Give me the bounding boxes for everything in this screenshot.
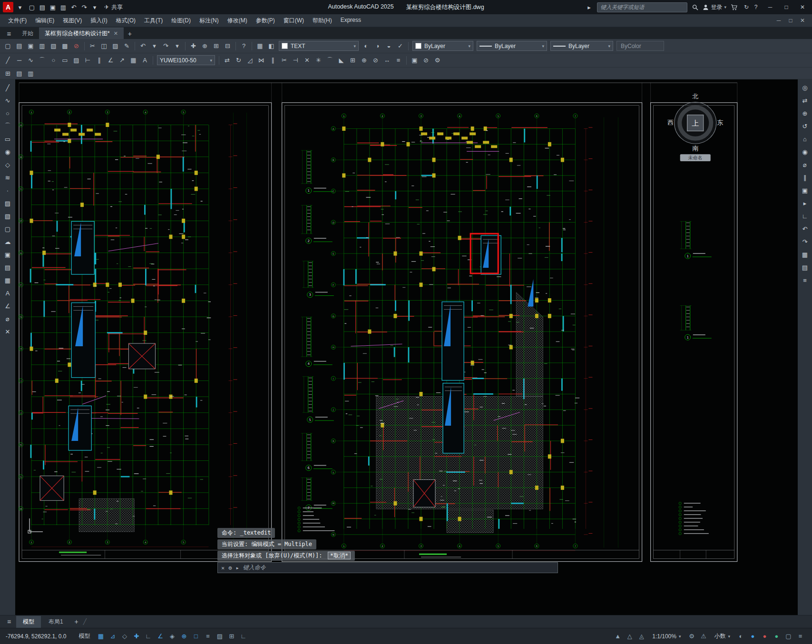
clean-screen-icon[interactable]: ▢ — [783, 631, 794, 642]
spline-tool-icon[interactable]: ≋ — [2, 172, 13, 183]
hatch-tool-icon[interactable]: ▨ — [2, 197, 13, 209]
polygon-tool-icon[interactable]: ◇ — [2, 159, 13, 170]
add-layout-button[interactable]: + — [71, 618, 82, 625]
model-space-viewport[interactable]: 1122334455ABCDEFGHIJKLM11223344556677ABC… — [15, 79, 798, 615]
view-back-icon[interactable]: ↶ — [799, 223, 811, 234]
text-tool-icon[interactable]: A — [2, 287, 13, 299]
polyline-tool-icon[interactable]: ∿ — [2, 95, 13, 106]
viewcube-west-label[interactable]: 西 — [667, 119, 674, 127]
qat-open-icon[interactable]: ▤ — [37, 2, 48, 12]
grid-icon[interactable]: ▦ — [95, 631, 107, 642]
menu-item-4[interactable]: 插入(I) — [86, 15, 111, 26]
qat-save-icon[interactable]: ▣ — [48, 2, 58, 12]
fillet-icon[interactable]: ⌒ — [324, 55, 335, 66]
layer-states-icon[interactable]: ◧ — [266, 41, 277, 51]
menu-item-12[interactable]: 帮助(H) — [308, 15, 336, 26]
doc-minimize-button[interactable]: ─ — [773, 16, 784, 25]
dynamic-input-icon[interactable]: ✚ — [130, 631, 142, 642]
dim-aligned-icon[interactable]: ∥ — [94, 55, 105, 66]
create-block-tool-icon[interactable]: ▤ — [2, 262, 13, 273]
no-plot-icon[interactable]: ⊘ — [71, 41, 82, 51]
measure-nav-icon[interactable]: ⌀ — [799, 159, 811, 170]
paste-block-icon[interactable]: ▣ — [409, 55, 420, 66]
menu-item-13[interactable]: Express — [336, 15, 365, 26]
dimstyle-dropdown[interactable]: YUWEI100-50▾ — [157, 55, 215, 65]
orbit-icon[interactable]: ↺ — [799, 120, 811, 132]
file-tabs-menu-icon[interactable]: ≡ — [2, 28, 16, 39]
tab-close-icon[interactable]: ✕ — [114, 30, 118, 37]
zoom-window-icon[interactable]: ⊞ — [211, 41, 222, 51]
erase-tool-icon[interactable]: ✕ — [2, 326, 13, 337]
copy-icon[interactable]: ◫ — [98, 41, 109, 51]
cart-icon[interactable] — [729, 2, 739, 12]
multileader-icon[interactable]: ↗ — [117, 55, 127, 66]
break-icon[interactable]: ⊘ — [370, 55, 381, 66]
section-icon[interactable]: ∥ — [799, 172, 811, 183]
line-tool-icon[interactable]: ╱ — [2, 82, 13, 93]
view-forward-icon[interactable]: ↷ — [799, 236, 811, 247]
recording-icon[interactable]: ● — [759, 631, 771, 642]
properties-panel-icon[interactable]: ≡ — [799, 274, 811, 286]
options-icon[interactable]: ⚙ — [432, 55, 443, 66]
search-box[interactable]: 键入关键字或短语 — [597, 2, 687, 12]
hatch-icon[interactable]: ▨ — [71, 55, 82, 66]
mirror-icon[interactable]: ⋈ — [256, 55, 267, 66]
command-customize-icon[interactable]: ⚙ — [228, 565, 232, 571]
selection-cycling-icon[interactable]: ⊞ — [225, 631, 237, 642]
new-file-icon[interactable]: ▢ — [2, 41, 13, 51]
lineweight-display-icon[interactable]: ≡ — [202, 631, 214, 642]
polar-tracking-icon[interactable]: ∠ — [154, 631, 166, 642]
tab-start[interactable]: 开始 — [16, 28, 39, 39]
cut-icon[interactable]: ✂ — [87, 41, 98, 51]
circle-icon[interactable]: ○ — [48, 55, 59, 66]
command-input[interactable]: ✕ ⚙ ▸ 键入命令 — [217, 562, 558, 573]
save-file-icon[interactable]: ▣ — [25, 41, 36, 51]
ucs-icon[interactable]: ∟ — [799, 210, 811, 222]
graphics-status-icon[interactable]: ● — [771, 631, 783, 642]
zoom-nav-icon[interactable]: ⊕ — [799, 107, 811, 119]
ortho-mode-icon[interactable]: ∟ — [142, 631, 154, 642]
match-properties-icon[interactable]: ✎ — [121, 41, 132, 51]
erase-icon[interactable]: ✕ — [302, 55, 313, 66]
layer-isolate-icon[interactable]: ◑ — [372, 41, 383, 51]
menu-item-3[interactable]: 视图(V) — [59, 15, 86, 26]
camera-icon[interactable]: ▣ — [799, 185, 811, 196]
minimize-button[interactable]: ─ — [763, 1, 777, 13]
redo-dropdown-icon[interactable]: ▾ — [172, 41, 183, 51]
annotation-visibility-icon[interactable]: ▲ — [612, 631, 624, 642]
insert-block-tool-icon[interactable]: ▣ — [2, 249, 13, 260]
polyline-icon[interactable]: ∿ — [25, 55, 36, 66]
mtext-icon[interactable]: A — [139, 55, 150, 66]
scale-icon[interactable]: ◿ — [245, 55, 255, 66]
object-isolate-icon[interactable]: ◐ — [735, 631, 747, 642]
ellipse-tool-icon[interactable]: ◉ — [2, 146, 13, 157]
hardware-acceleration-icon[interactable]: ● — [747, 631, 759, 642]
menu-item-6[interactable]: 工具(T) — [140, 15, 167, 26]
menu-item-10[interactable]: 参数(P) — [252, 15, 279, 26]
pan-icon[interactable]: ✚ — [188, 41, 199, 51]
help-icon[interactable]: ? — [751, 2, 761, 12]
model-space-toggle[interactable]: 模型 — [75, 632, 94, 640]
viewcube[interactable]: 上北东南西未命名 — [667, 93, 723, 161]
share-button[interactable]: ✈ 共享 — [104, 3, 123, 11]
revision-cloud-tool-icon[interactable]: ☁ — [2, 236, 13, 247]
menu-item-7[interactable]: 绘图(D) — [167, 15, 195, 26]
menu-item-11[interactable]: 窗口(W) — [279, 15, 308, 26]
rotate-icon[interactable]: ↻ — [233, 55, 244, 66]
isometric-drafting-icon[interactable]: ◈ — [166, 631, 178, 642]
viewcube-east-label[interactable]: 东 — [717, 119, 723, 127]
units-control[interactable]: 小数 ▾ — [710, 632, 734, 640]
extend-icon[interactable]: ⊣ — [290, 55, 301, 66]
measure-tool-icon[interactable]: ⌀ — [2, 313, 13, 324]
grid-display-icon[interactable]: ▦ — [799, 249, 811, 260]
plot-icon[interactable]: ▥ — [37, 41, 48, 51]
named-view-chip[interactable]: 未命名 — [688, 155, 703, 160]
new-tab-button[interactable]: + — [124, 28, 136, 39]
table-tool-icon[interactable]: ▦ — [2, 274, 13, 286]
app-menu-caret-icon[interactable]: ▾ — [15, 2, 25, 12]
table-icon[interactable]: ▦ — [128, 55, 139, 66]
publish-icon[interactable]: ▩ — [59, 41, 70, 51]
annotation-autoscale-icon[interactable]: △ — [624, 631, 636, 642]
join-icon[interactable]: ⊕ — [359, 55, 370, 66]
signin-button[interactable]: 登录 ▾ — [703, 3, 726, 11]
